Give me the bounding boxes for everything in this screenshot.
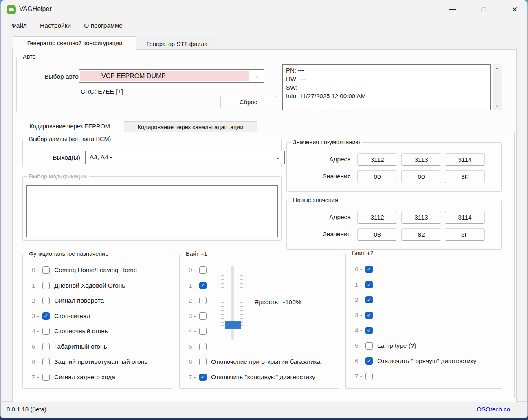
checkbox[interactable]: ✓ <box>365 296 373 303</box>
checkbox-row: 0 -✓ <box>185 266 211 275</box>
checkbox[interactable]: ✓ <box>42 266 50 274</box>
checkbox[interactable]: ✓ <box>365 342 373 350</box>
checkbox[interactable]: ✓ <box>42 282 50 289</box>
auto-groupbox: Авто Выбор авто VCP EEPROM DUMP ⌄ CRC: E… <box>16 57 513 112</box>
brightness-label: Яркость: ~100% <box>254 299 301 306</box>
checkbox[interactable]: ✓ <box>42 374 50 381</box>
version-label: 0.0.1.18 (βeta) <box>7 406 46 413</box>
checkbox-row: 4 -✓ <box>185 327 211 336</box>
reset-button[interactable]: Сброс <box>220 96 276 108</box>
tab-stt-file-generator[interactable]: Генератор STT-файла <box>137 38 217 50</box>
checkbox[interactable]: ✓ <box>199 328 207 335</box>
default-value-cell[interactable]: 00 <box>401 170 441 183</box>
default-address-cell[interactable]: 3114 <box>445 153 485 166</box>
car-select-value: VCP EEPROM DUMP <box>80 71 249 81</box>
checkbox-row: 1 -✓Дневной Ходовой Огонь <box>28 281 125 290</box>
modification-group-label: Выбор модификации <box>27 173 89 180</box>
checkbox[interactable]: ✓ <box>42 328 50 335</box>
menu-file[interactable]: Файл <box>5 19 33 33</box>
output-combobox[interactable]: A3, A4 - ⌄ <box>85 151 285 164</box>
checkbox[interactable]: ✓ <box>199 297 207 304</box>
modification-groupbox: Выбор модификации <box>22 176 282 241</box>
app-icon <box>7 5 16 14</box>
tab-coding-adaptation[interactable]: Кодирование через каналы адаптации <box>124 121 257 132</box>
output-value: A3, A4 - <box>90 154 112 161</box>
checkbox[interactable]: ✓ <box>365 266 373 273</box>
lamp-group-label: Выбор лампы (контакта BCM) <box>27 136 113 142</box>
ecu-info-box: PN: --- HW: --- SW: --- Info: 11/27/2025… <box>282 64 491 110</box>
tab-light-config-generator[interactable]: Генератор световой конфигурации <box>13 36 136 50</box>
output-label: Выход(ы) <box>31 154 80 161</box>
checkbox[interactable]: ✓ <box>365 312 373 319</box>
new-value-cell[interactable]: 5F <box>445 228 485 241</box>
osotech-link[interactable]: OSOtech.co <box>477 406 510 413</box>
checkbox[interactable]: ✓ <box>199 266 207 274</box>
light-config-tabpage: Авто Выбор авто VCP EEPROM DUMP ⌄ CRC: E… <box>12 49 517 402</box>
addresses-label: Адреса <box>303 213 351 221</box>
brightness-slider-thumb[interactable] <box>225 321 241 329</box>
checkbox-row: 4 -✓ <box>351 326 377 335</box>
checkbox[interactable]: ✓ <box>199 312 207 320</box>
checkbox[interactable]: ✓ <box>42 312 50 320</box>
checkbox-row: 6 -✓Отключение при открытии багажника <box>185 357 320 366</box>
checkbox-row: 4 -✓Стояночный огонь <box>28 327 108 336</box>
checkbox[interactable]: ✓ <box>199 358 207 365</box>
minimize-button[interactable]: — <box>443 2 462 16</box>
app-window: VAGHelper — ▢ ✕ Файл Настройки О програм… <box>0 0 528 418</box>
default-address-cell[interactable]: 3112 <box>357 153 397 166</box>
default-value-cell[interactable]: 3F <box>445 170 485 183</box>
modification-listbox[interactable] <box>26 185 278 237</box>
addresses-label: Адреса <box>303 156 351 163</box>
check-icon: ✓ <box>43 313 49 319</box>
info-scrollbar[interactable]: ▲ ▼ <box>493 64 502 110</box>
crc-label: CRC: E7EE [+] <box>81 88 123 95</box>
checkbox[interactable]: ✓ <box>42 343 50 350</box>
default-values-groupbox: Значения по-умолчанию Адреса 3112 3113 3… <box>286 142 502 192</box>
tab-coding-eeprom[interactable]: Кодирование через EEPROM <box>16 120 123 132</box>
check-icon: ✓ <box>366 358 372 364</box>
checkbox[interactable]: ✓ <box>365 373 373 380</box>
checkbox[interactable]: ✓ <box>365 281 373 288</box>
new-value-cell[interactable]: 08 <box>357 228 397 241</box>
new-value-cell[interactable]: 82 <box>401 228 441 241</box>
new-address-cell[interactable]: 3112 <box>357 211 397 224</box>
car-select-label: Выбор авто <box>25 73 79 80</box>
default-value-cell[interactable]: 00 <box>357 170 397 183</box>
close-button[interactable]: ✕ <box>505 2 524 16</box>
byte2-group-label: Байт +2 <box>350 250 376 256</box>
menu-settings[interactable]: Настройки <box>33 19 77 33</box>
values-label: Значения <box>303 173 351 180</box>
default-address-cell[interactable]: 3113 <box>401 153 441 166</box>
slider-ticks <box>221 275 224 329</box>
check-icon: ✓ <box>366 297 372 303</box>
check-icon: ✓ <box>200 374 206 380</box>
maximize-button: ▢ <box>474 2 493 16</box>
checkbox-row: 2 -✓Сигнал поворота <box>28 296 104 305</box>
checkbox[interactable]: ✓ <box>199 343 207 350</box>
lamp-select-groupbox: Выбор лампы (контакта BCM) Выход(ы) A3, … <box>22 139 282 167</box>
checkbox-row: 0 -✓ <box>351 265 377 274</box>
chevron-down-icon: ⌄ <box>275 154 280 161</box>
checkbox-row: 1 -✓ <box>185 281 211 290</box>
scroll-down-icon[interactable]: ▼ <box>493 103 502 110</box>
checkbox-row: 3 -✓ <box>351 311 377 320</box>
chevron-down-icon: ⌄ <box>254 72 260 79</box>
title-bar[interactable]: VAGHelper — ▢ ✕ <box>1 0 527 19</box>
checkbox-row: 7 -✓Сигнал заднего хода <box>28 373 115 382</box>
scroll-up-icon[interactable]: ▲ <box>493 64 502 72</box>
checkbox[interactable]: ✓ <box>42 358 50 365</box>
checkbox[interactable]: ✓ <box>199 374 207 381</box>
functional-group-label: Функциональное назначение <box>27 251 110 257</box>
functional-purpose-groupbox: Функциональное назначение 0 -✓Coming Hom… <box>22 254 173 389</box>
new-values-label: Новые значения <box>291 197 340 203</box>
checkbox[interactable]: ✓ <box>42 297 50 304</box>
checkbox[interactable]: ✓ <box>365 357 373 365</box>
car-select-combobox[interactable]: VCP EEPROM DUMP ⌄ <box>79 69 264 83</box>
checkbox[interactable]: ✓ <box>199 282 207 289</box>
menu-about[interactable]: О программе <box>77 19 129 33</box>
checkbox-row: 3 -✓ <box>185 312 211 321</box>
new-address-cell[interactable]: 3113 <box>401 211 441 224</box>
byte-plus1-groupbox: Байт +1 0 -✓ 1 -✓ 2 -✓ 3 -✓ 4 -✓ 5 -✓ 6 … <box>179 254 339 389</box>
checkbox[interactable]: ✓ <box>365 327 373 334</box>
new-address-cell[interactable]: 3114 <box>445 211 485 224</box>
